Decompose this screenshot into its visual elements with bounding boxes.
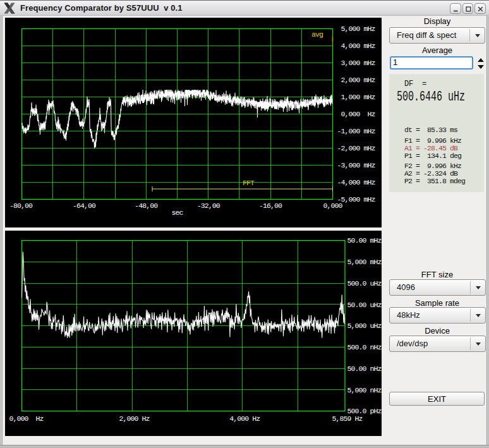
svg-text:FFT: FFT: [243, 179, 255, 187]
svg-text:-4,000 mHz: -4,000 mHz: [337, 178, 375, 186]
svg-text:3,000 mHz: 3,000 mHz: [341, 59, 375, 67]
svg-text:2,000 Hz: 2,000 Hz: [119, 415, 150, 423]
svg-text:-16,00: -16,00: [259, 202, 282, 210]
svg-text:50.00 mHz: 50.00 mHz: [347, 236, 382, 245]
svg-text:5,000 mHz: 5,000 mHz: [341, 25, 375, 33]
svg-text:50.00 uHz: 50.00 uHz: [347, 301, 382, 309]
svg-text:500.0 nHz: 500.0 nHz: [347, 343, 382, 351]
svg-text:5,000 uHz: 5,000 uHz: [347, 322, 382, 330]
svg-text:-3,000 mHz: -3,000 mHz: [337, 161, 375, 169]
svg-text:-2,000 mHz: -2,000 mHz: [337, 144, 375, 152]
svg-text:2,000 mHz: 2,000 mHz: [341, 76, 375, 84]
svg-text:1,000 mHz: 1,000 mHz: [341, 93, 375, 101]
svg-text:5,000 mHz: 5,000 mHz: [347, 258, 382, 266]
svg-text:-80,00: -80,00: [9, 202, 33, 210]
svg-text:-64,00: -64,00: [73, 202, 96, 210]
svg-text:-1,000 mHz: -1,000 mHz: [337, 127, 375, 135]
svg-text:4,000 Hz: 4,000 Hz: [229, 415, 260, 423]
svg-text:0,000 Hz: 0,000 Hz: [9, 415, 44, 423]
svg-text:4,000 mHz: 4,000 mHz: [341, 42, 375, 50]
svg-text:50.00 nHz: 50.00 nHz: [347, 365, 382, 373]
svg-text:500.0 uHz: 500.0 uHz: [347, 279, 382, 288]
svg-text:0,000 Hz: 0,000 Hz: [341, 110, 375, 118]
svg-text:5,000 nHz: 5,000 nHz: [347, 386, 382, 394]
svg-text:0,000: 0,000: [323, 202, 343, 210]
svg-text:sec: sec: [172, 209, 184, 217]
svg-text:avg: avg: [311, 30, 323, 39]
svg-text:-5,000 mHz: -5,000 mHz: [337, 195, 375, 203]
svg-text:5,859 Hz: 5,859 Hz: [332, 415, 363, 423]
svg-text:-32,00: -32,00: [197, 202, 220, 210]
svg-text:-48,00: -48,00: [135, 202, 158, 210]
